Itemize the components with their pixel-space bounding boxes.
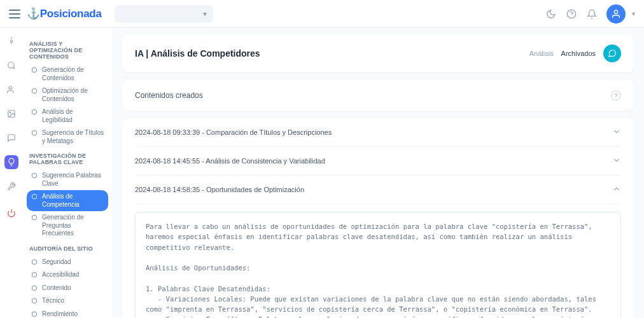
rail-ai[interactable] (4, 155, 18, 169)
svg-point-16 (32, 215, 37, 220)
sidebar-item[interactable]: Rendimiento (27, 308, 108, 319)
svg-line-5 (13, 67, 15, 69)
section-title-text: Contenidos creados (135, 91, 203, 100)
content-icon (31, 285, 38, 291)
svg-point-21 (32, 312, 37, 317)
question-icon (31, 214, 38, 221)
sidebar-item-label: Análisis de Competencia (42, 193, 104, 209)
sidebar-item[interactable]: Seguridad (27, 256, 108, 269)
sidebar-group-title: ANÁLISIS Y OPTIMIZACIÓN DE CONTENIDOS (29, 41, 106, 60)
accordion-row[interactable]: 2024-08-18 14:58:35 - Oportunidades de O… (135, 176, 621, 204)
sidebar-item-label: Sugerencia Palabras Clave (42, 172, 104, 188)
sidebar-item[interactable]: Sugerencia de Títulos y Metatags (27, 127, 108, 148)
page-title: IA | Análisis de Competidores (135, 48, 260, 59)
section-header: Contenidos creados ? (122, 80, 634, 111)
user-avatar[interactable] (606, 4, 626, 24)
chevron-down-icon: ▾ (203, 10, 207, 18)
sidebar-item[interactable]: Contenido (27, 282, 108, 295)
sidebar-item[interactable]: Técnico (27, 294, 108, 308)
sidebar-item-label: Seguridad (42, 258, 71, 266)
doc-icon (31, 109, 38, 115)
sidebar-item[interactable]: Generación de Preguntas Frecuentes (27, 211, 108, 240)
svg-point-12 (32, 109, 37, 114)
svg-point-4 (8, 62, 14, 68)
code-icon (31, 298, 38, 304)
page-header: IA | Análisis de Competidores Análisis A… (122, 34, 634, 73)
sidebar-item-label: Optimización de Contenidos (42, 87, 104, 103)
rail-chat[interactable] (4, 131, 18, 145)
tab-archivados[interactable]: Archivados (561, 50, 596, 57)
help-icon[interactable]: ? (611, 90, 621, 100)
sidebar-group-title: INVESTIGACIÓN DE PALABRAS CLAVE (29, 153, 106, 165)
svg-point-2 (614, 10, 617, 13)
svg-point-20 (32, 298, 37, 303)
main-content: IA | Análisis de Competidores Análisis A… (112, 28, 644, 318)
svg-point-14 (32, 173, 37, 178)
svg-point-17 (32, 259, 37, 265)
sidebar-item-label: Análisis de Legibilidad (42, 108, 104, 124)
svg-point-11 (32, 88, 37, 93)
doc-icon (31, 67, 38, 73)
access-icon (31, 272, 38, 278)
accordion-title: 2024-08-18 14:58:35 - Oportunidades de O… (135, 186, 304, 193)
tag-icon (31, 130, 38, 136)
top-bar: ⚓Posicionada ▾ ▾ (0, 0, 644, 28)
accordion: 2024-08-18 09:33:39 - Comparación de Tít… (122, 118, 634, 318)
menu-toggle-button[interactable] (9, 10, 20, 18)
sidebar-item[interactable]: Accesibilidad (27, 268, 108, 282)
rail-dashboard[interactable] (4, 34, 18, 48)
sidebar-item-label: Técnico (42, 297, 64, 305)
sidebar-item[interactable]: Optimización de Contenidos (27, 85, 108, 106)
sidebar-item[interactable]: Sugerencia Palabras Clave (27, 169, 108, 190)
sidebar-item-label: Rendimiento (42, 310, 78, 319)
accordion-title: 2024-08-18 14:45:55 - Análisis de Consis… (135, 157, 325, 165)
target-icon (31, 193, 38, 200)
top-actions: ▾ (545, 4, 635, 24)
svg-point-10 (32, 67, 37, 73)
svg-point-6 (9, 86, 12, 90)
svg-point-15 (32, 194, 37, 199)
tab-analisis[interactable]: Análisis (529, 50, 554, 57)
rail-search[interactable] (4, 59, 18, 73)
svg-point-8 (10, 112, 11, 113)
chevron-down-icon (612, 156, 621, 166)
accordion-title: 2024-08-18 09:33:39 - Comparación de Tít… (135, 128, 332, 136)
accordion-content: Para llevar a cabo un análisis de oportu… (135, 204, 621, 318)
search-icon (31, 172, 38, 179)
rail-logout[interactable] (4, 206, 18, 220)
sidebar-item[interactable]: Análisis de Competencia (27, 190, 108, 211)
sidebar-item[interactable]: Análisis de Legibilidad (27, 106, 108, 127)
shield-icon (31, 259, 38, 265)
site-selector[interactable]: ▾ (115, 5, 213, 23)
sidebar-item-label: Sugerencia de Títulos y Metatags (42, 129, 104, 145)
chevron-up-icon (612, 184, 621, 195)
sidebar-item-label: Accesibilidad (42, 271, 79, 279)
sidebar-item-label: Generación de Preguntas Frecuentes (42, 214, 104, 238)
svg-point-18 (32, 272, 37, 277)
svg-point-13 (32, 130, 37, 135)
help-button[interactable] (566, 8, 577, 20)
sidebar-item-label: Generación de Contenidos (42, 66, 104, 82)
chevron-down-icon: ▾ (632, 10, 635, 17)
svg-point-19 (32, 286, 37, 291)
rail-tools[interactable] (4, 179, 18, 193)
rail-image[interactable] (4, 107, 18, 121)
sidebar-item[interactable]: Generación de Contenidos (27, 64, 108, 85)
accordion-row[interactable]: 2024-08-18 14:45:55 - Análisis de Consis… (135, 147, 621, 176)
sidebar-item-label: Contenido (42, 284, 71, 293)
brand-text: Posicionada (40, 8, 102, 20)
accordion-row[interactable]: 2024-08-18 09:33:39 - Comparación de Tít… (135, 118, 621, 147)
icon-rail (0, 28, 23, 318)
brand-logo: ⚓Posicionada (27, 7, 102, 20)
theme-toggle-button[interactable] (545, 8, 557, 20)
chevron-down-icon (612, 127, 621, 137)
sidebar: ANÁLISIS Y OPTIMIZACIÓN DE CONTENIDOSGen… (23, 28, 112, 318)
notifications-button[interactable] (586, 8, 598, 20)
gauge-icon (31, 311, 38, 317)
analysis-text: Para llevar a cabo un análisis de oportu… (135, 212, 621, 318)
rail-users[interactable] (4, 83, 18, 97)
doc-icon (31, 88, 38, 94)
chat-fab-button[interactable] (603, 45, 621, 62)
sidebar-group-title: AUDITORÍA DEL SITIO (29, 245, 106, 252)
